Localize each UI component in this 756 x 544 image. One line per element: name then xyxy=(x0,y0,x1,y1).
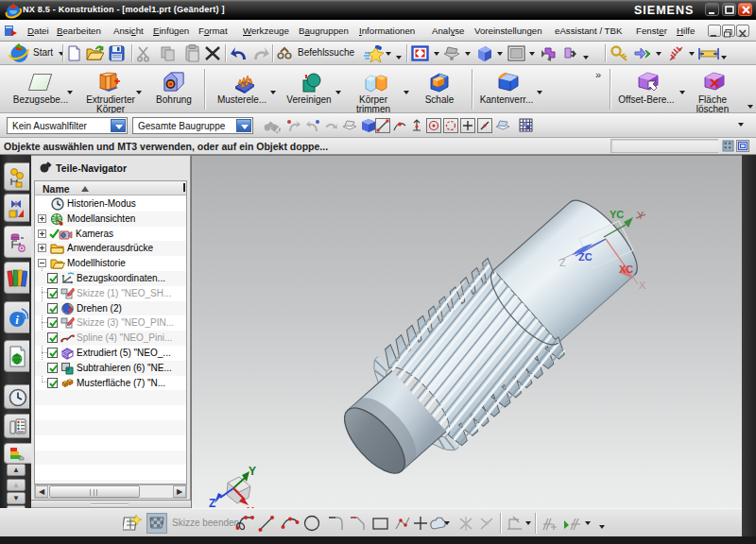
svg-text:Y: Y xyxy=(249,465,256,478)
svg-text:ZC: ZC xyxy=(578,251,593,263)
svg-text:Y: Y xyxy=(637,210,644,221)
svg-text:i: i xyxy=(15,313,19,327)
svg-text:XC: XC xyxy=(619,264,633,275)
svg-text:Z: Z xyxy=(559,257,566,268)
svg-text:X: X xyxy=(639,280,646,291)
svg-text:YC: YC xyxy=(610,209,624,220)
